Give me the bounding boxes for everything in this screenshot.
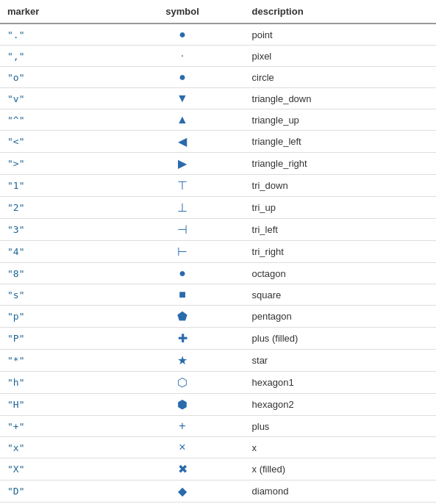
cell-symbol: × [121,437,245,458]
cell-marker: "," [0,46,121,67]
cell-symbol: + [121,416,245,437]
cell-symbol: ⬢ [121,394,245,416]
table-row: "D"◆diamond [0,480,436,503]
cell-description: hexagon2 [245,394,436,416]
cell-symbol: ★ [121,350,245,372]
cell-description: diamond [245,480,436,503]
cell-description: octagon [245,263,436,284]
cell-symbol: ✖ [121,458,245,480]
cell-symbol: ⬡ [121,372,245,394]
cell-symbol: ● [121,263,245,284]
cell-marker: "2" [0,197,121,219]
table-row: "x"×x [0,437,436,458]
table-row: ">"▶triangle_right [0,153,436,175]
cell-marker: "*" [0,350,121,372]
cell-symbol: ⊣ [121,219,245,241]
cell-marker: "4" [0,241,121,263]
cell-symbol: ● [121,24,245,46]
table-row: "s"■square [0,284,436,306]
cell-symbol: ▼ [121,88,245,109]
table-row: "2"⊥tri_up [0,197,436,219]
table-row: "4"⊢tri_right [0,241,436,263]
cell-marker: "s" [0,284,121,306]
cell-marker: "X" [0,458,121,480]
cell-symbol: ⊥ [121,197,245,219]
table-row: "*"★star [0,350,436,372]
cell-marker: ">" [0,153,121,175]
cell-marker: "H" [0,394,121,416]
header-marker: marker [0,0,121,24]
cell-description: star [245,350,436,372]
cell-marker: "1" [0,175,121,197]
table-row: "h"⬡hexagon1 [0,372,436,394]
table-row: "1"⊤tri_down [0,175,436,197]
cell-description: hexagon1 [245,372,436,394]
cell-symbol: ▶ [121,153,245,175]
cell-description: pentagon [245,306,436,328]
cell-description: circle [245,67,436,88]
cell-description: tri_up [245,197,436,219]
cell-marker: "8" [0,263,121,284]
cell-description: triangle_down [245,88,436,109]
cell-marker: "P" [0,328,121,350]
cell-marker: "h" [0,372,121,394]
cell-description: point [245,24,436,46]
cell-marker: "o" [0,67,121,88]
table-row: "p"⬟pentagon [0,306,436,328]
table-row: "."●point [0,24,436,46]
cell-description: tri_down [245,175,436,197]
table-row: "P"✚plus (filled) [0,328,436,350]
cell-symbol: ✚ [121,328,245,350]
table-row: "o"●circle [0,67,436,88]
table-row: "+"+plus [0,416,436,437]
cell-symbol: · [121,46,245,67]
cell-description: pixel [245,46,436,67]
cell-description: triangle_right [245,153,436,175]
cell-marker: "3" [0,219,121,241]
table-header-row: marker symbol description [0,0,436,24]
table-row: "8"●octagon [0,263,436,284]
cell-symbol: ● [121,67,245,88]
cell-description: x (filled) [245,458,436,480]
table-row: "3"⊣tri_left [0,219,436,241]
cell-symbol: ■ [121,284,245,306]
cell-symbol: ◀ [121,131,245,153]
cell-marker: "^" [0,109,121,131]
cell-marker: "p" [0,306,121,328]
markers-table: marker symbol description "."●point","·p… [0,0,436,504]
cell-symbol: ⊢ [121,241,245,263]
cell-symbol: ⬟ [121,306,245,328]
cell-description: plus [245,416,436,437]
cell-marker: "." [0,24,121,46]
table-row: "^"▲triangle_up [0,109,436,131]
cell-description: x [245,437,436,458]
table-row: "X"✖x (filled) [0,458,436,480]
cell-description: plus (filled) [245,328,436,350]
cell-description: tri_right [245,241,436,263]
cell-marker: "x" [0,437,121,458]
cell-description: triangle_up [245,109,436,131]
cell-symbol: ◆ [121,480,245,503]
cell-marker: "<" [0,131,121,153]
cell-description: square [245,284,436,306]
table-row: ","·pixel [0,46,436,67]
table-row: "<"◀triangle_left [0,131,436,153]
cell-description: tri_left [245,219,436,241]
cell-marker: "D" [0,480,121,503]
table-row: "v"▼triangle_down [0,88,436,109]
cell-symbol: ▲ [121,109,245,131]
table-row: "H"⬢hexagon2 [0,394,436,416]
cell-marker: "+" [0,416,121,437]
cell-marker: "v" [0,88,121,109]
cell-description: triangle_left [245,131,436,153]
header-description: description [245,0,436,24]
cell-symbol: ⊤ [121,175,245,197]
header-symbol: symbol [121,0,245,24]
